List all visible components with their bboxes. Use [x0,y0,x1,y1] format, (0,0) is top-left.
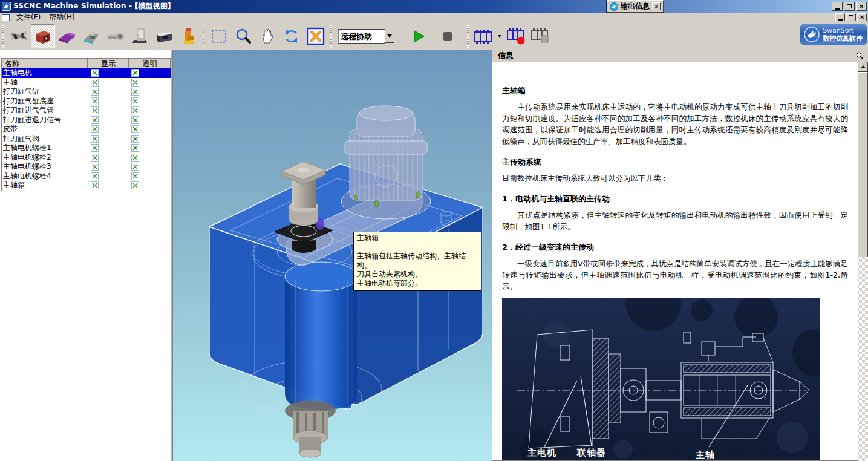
column-header-name[interactable]: 名称 [2,59,88,68]
parts-row[interactable]: 打刀缸气缸底座 [2,97,171,106]
menu-help[interactable]: 帮助(H) [45,13,79,22]
transparent-checkbox[interactable] [131,106,139,114]
parts-row[interactable]: 主轴电机螺栓3 [2,162,171,172]
transparent-checkbox[interactable] [131,172,139,180]
mdi-restore-button[interactable] [846,13,856,21]
machine-spindle-button[interactable] [103,24,128,48]
part-name[interactable]: 主轴电机螺栓2 [2,153,88,162]
combo-dropdown-button[interactable] [384,30,394,43]
info-heading: 1．电动机与主轴直联的主传动 [502,194,848,204]
display-checkbox[interactable] [91,135,99,143]
transparent-checkbox[interactable] [131,69,139,77]
minimize-button[interactable] [832,2,843,11]
display-checkbox[interactable] [91,106,99,114]
close-button[interactable]: × [856,2,867,11]
pan-button[interactable] [255,24,279,48]
transparent-checkbox[interactable] [131,97,139,105]
transparent-checkbox[interactable] [131,88,139,96]
display-checkbox[interactable] [91,181,99,189]
transparent-checkbox[interactable] [131,125,139,133]
mdi-child-icon[interactable] [2,14,10,21]
display-checkbox[interactable] [91,125,99,133]
transparent-checkbox[interactable] [131,135,139,143]
display-checkbox[interactable] [91,154,99,162]
toolbar-gripper[interactable] [1,25,5,48]
machine-carriage-button[interactable] [79,24,103,48]
parts-row[interactable]: 打刀缸进气气管 [2,106,171,116]
fit-view-button[interactable] [304,24,328,48]
parts-row[interactable]: 打刀缸气缸 [2,87,171,97]
part-name[interactable]: 打刀缸进气气管 [2,106,88,115]
column-header-transparent[interactable]: 透明 [129,59,171,68]
part-name[interactable]: 皮带 [2,125,88,134]
record-animation-button[interactable] [504,24,528,48]
parts-row[interactable]: 主轴电机螺栓1 [2,143,171,153]
machine-lathe-button[interactable] [152,24,176,48]
toolbar-gripper[interactable] [201,25,206,48]
part-name[interactable]: 主轴电机 [2,68,88,77]
parts-row[interactable]: 主轴电机螺栓4 [2,172,171,181]
mdi-close-button[interactable]: × [857,13,867,21]
display-checkbox[interactable] [91,116,99,124]
mdi-minimize-button[interactable] [835,13,845,21]
machine-column-button[interactable] [128,24,152,48]
parts-row[interactable]: 主轴箱 [2,181,171,191]
pin-icon[interactable] [855,52,863,60]
info-content[interactable]: 主轴箱 主传动系统是用来实现机床主运动的，它将主电动机的原动力变成可供主轴上刀具… [492,62,858,461]
part-name[interactable]: 主轴电机螺栓3 [2,162,88,171]
parts-row[interactable]: 皮带 [2,125,171,134]
display-checkbox[interactable] [91,79,99,87]
output-window-close-button[interactable]: x [652,2,661,10]
part-name[interactable]: 打刀缸气缸 [2,87,88,96]
stop-button[interactable] [436,24,460,48]
display-checkbox[interactable] [91,172,99,180]
scrollbar-thumb[interactable] [858,72,868,257]
display-checkbox[interactable] [91,97,99,105]
titlebar[interactable]: SSCNC Machine Simulation - [模型视图] × [0,0,868,13]
transparent-checkbox[interactable] [131,116,139,124]
parts-row[interactable]: 主轴 [2,78,171,88]
part-name[interactable]: 主轴电机螺栓1 [2,143,88,152]
display-checkbox[interactable] [91,144,99,152]
transparent-checkbox[interactable] [131,144,139,152]
part-name[interactable]: 主轴电机螺栓4 [2,172,88,181]
transparent-checkbox[interactable] [131,181,139,189]
machine-press-button[interactable] [176,24,200,48]
restore-button[interactable] [844,2,855,11]
parts-row[interactable]: 主轴电机螺栓2 [2,153,171,163]
menu-file[interactable]: 文件(F) [12,13,45,22]
toolbar-gripper[interactable] [329,25,333,48]
transparent-checkbox[interactable] [131,163,139,171]
machine-ballscrew-button[interactable] [7,24,31,48]
display-checkbox[interactable] [91,69,99,77]
part-name[interactable]: 主轴箱 [2,181,88,190]
transparent-checkbox[interactable] [131,79,139,87]
film-dropdown-arrow[interactable] [498,35,501,38]
part-name[interactable]: 打刀缸气缸底座 [2,97,88,106]
transparent-checkbox[interactable] [131,154,139,162]
toolbar-gripper[interactable] [466,25,470,48]
display-checkbox[interactable] [91,163,99,171]
part-name[interactable]: 主轴 [2,78,88,87]
machine-bed-button[interactable] [55,24,79,48]
zoom-button[interactable] [231,24,255,48]
parts-row[interactable]: 主轴电机 [2,68,171,78]
stop-animation-button[interactable] [528,24,552,48]
rotate-view-button[interactable] [279,24,304,48]
remote-assist-combobox[interactable]: 远程协助 [338,30,394,43]
info-scrollbar[interactable] [858,62,868,461]
play-animation-button[interactable] [471,24,495,48]
remote-assist-value[interactable]: 远程协助 [338,30,384,43]
scrollbar-up-button[interactable] [858,62,868,72]
parts-row[interactable]: 打刀缸气阀 [2,134,171,144]
part-name[interactable]: 打刀缸进退刀信号 [2,116,88,125]
machine-spindle-head-button[interactable] [31,24,55,48]
part-name[interactable]: 打刀缸气阀 [2,134,88,143]
parts-row[interactable]: 打刀缸进退刀信号 [2,116,171,125]
display-checkbox[interactable] [91,88,99,96]
column-header-display[interactable]: 显示 [88,59,129,68]
select-region-button[interactable] [207,24,231,48]
output-window-titlebar[interactable]: 输出信息 x [607,0,664,13]
play-button[interactable] [406,24,431,48]
model-viewport[interactable]: 主轴箱 主轴箱包括主轴传动结构、主轴结构、 刀具自动夹紧机构、 主轴电动机等部分… [172,50,492,461]
